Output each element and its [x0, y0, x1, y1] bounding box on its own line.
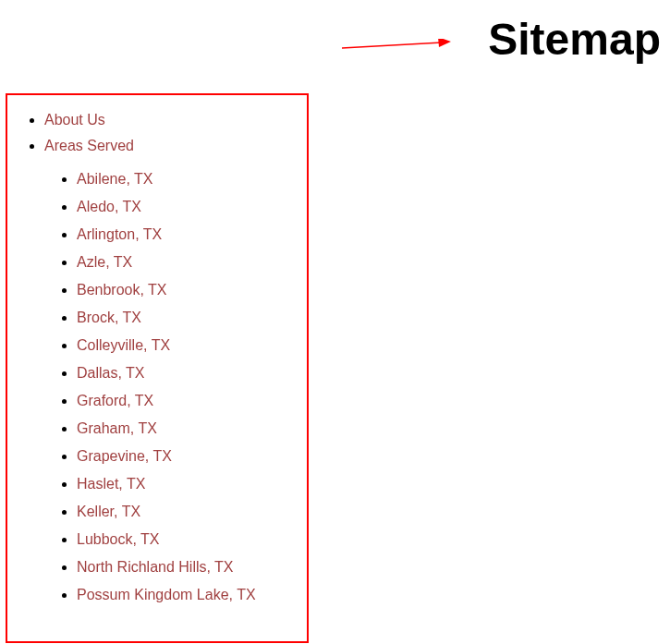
list-item: Brock, TX [77, 310, 298, 326]
list-item: Arlington, TX [77, 226, 298, 243]
list-item: Benbrook, TX [77, 282, 298, 298]
area-link[interactable]: Benbrook, TX [77, 282, 167, 298]
area-link[interactable]: Graford, TX [77, 393, 153, 408]
page-title: Sitemap [488, 14, 661, 65]
area-link[interactable]: Haslet, TX [77, 476, 145, 492]
area-link[interactable]: Keller, TX [77, 504, 140, 519]
list-item: Azle, TX [77, 254, 298, 271]
areas-served-link[interactable]: Areas Served [44, 138, 134, 153]
about-us-link[interactable]: About Us [44, 112, 105, 128]
area-link[interactable]: Brock, TX [77, 310, 141, 325]
areas-sublist: Abilene, TX Aledo, TX Arlington, TX Azle… [44, 171, 298, 603]
area-link[interactable]: Dallas, TX [77, 365, 145, 381]
area-link[interactable]: Arlington, TX [77, 226, 162, 242]
list-item: Aledo, TX [77, 199, 298, 215]
list-item: Abilene, TX [77, 171, 298, 188]
area-link[interactable]: Graham, TX [77, 420, 157, 436]
area-link[interactable]: North Richland Hills, TX [77, 559, 234, 575]
list-item: Lubbock, TX [77, 531, 298, 548]
area-link[interactable]: Colleyville, TX [77, 337, 170, 353]
arrow-annotation-icon [342, 39, 453, 57]
area-link[interactable]: Azle, TX [77, 254, 132, 270]
list-item: About Us [44, 112, 298, 128]
sitemap-annotation-box: About Us Areas Served Abilene, TX Aledo,… [6, 93, 309, 643]
area-link[interactable]: Grapevine, TX [77, 448, 172, 464]
list-item: Haslet, TX [77, 476, 298, 492]
list-item: Graford, TX [77, 393, 298, 409]
list-item: Areas Served Abilene, TX Aledo, TX Arlin… [44, 138, 298, 603]
sitemap-list: About Us Areas Served Abilene, TX Aledo,… [17, 112, 298, 603]
list-item: Keller, TX [77, 504, 298, 520]
area-link[interactable]: Aledo, TX [77, 199, 141, 214]
area-link[interactable]: Abilene, TX [77, 171, 152, 187]
svg-line-0 [342, 43, 442, 48]
area-link[interactable]: Possum Kingdom Lake, TX [77, 587, 256, 602]
list-item: Graham, TX [77, 420, 298, 437]
list-item: Grapevine, TX [77, 448, 298, 465]
list-item: Dallas, TX [77, 365, 298, 382]
svg-marker-1 [438, 39, 451, 47]
list-item: North Richland Hills, TX [77, 559, 298, 576]
area-link[interactable]: Lubbock, TX [77, 531, 160, 547]
list-item: Colleyville, TX [77, 337, 298, 354]
list-item: Possum Kingdom Lake, TX [77, 587, 298, 603]
